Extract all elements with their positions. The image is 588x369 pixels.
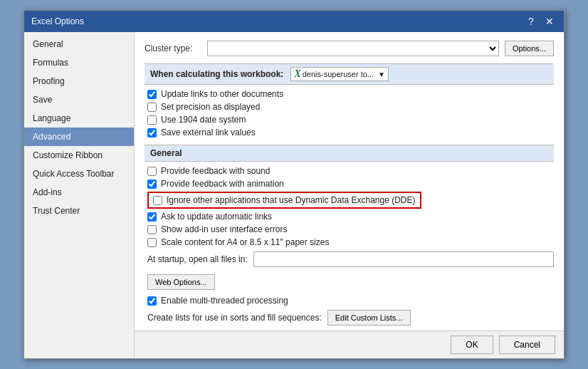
ignore-dde-label: Ignore other applications that use Dynam… — [167, 195, 416, 205]
update-links-label: Update links to other documents — [161, 89, 283, 99]
title-bar: Excel Options ? ✕ — [24, 11, 564, 32]
feedback-sound-label: Provide feedback with sound — [161, 166, 270, 176]
check-row-ask-update: Ask to update automatic links — [145, 212, 554, 222]
web-options-button[interactable]: Web Options... — [147, 274, 215, 290]
sidebar-item-save[interactable]: Save — [24, 90, 134, 109]
content-wrapper: Cluster type: Options... When calculatin… — [135, 32, 564, 358]
workbook-dropdown-icon[interactable]: ▼ — [378, 71, 385, 78]
use-1904-checkbox[interactable] — [147, 115, 157, 125]
save-external-label: Save external link values — [161, 128, 256, 137]
sidebar-item-trust-center[interactable]: Trust Center — [24, 202, 134, 220]
check-row-feedback-animation: Provide feedback with animation — [145, 179, 554, 189]
addin-errors-label: Show add-in user interface errors — [161, 224, 287, 234]
startup-row: At startup, open all files in: — [145, 251, 554, 267]
general-section: General Provide feedback with sound Prov… — [145, 145, 554, 326]
feedback-sound-checkbox[interactable] — [147, 167, 157, 176]
excel-icon: X — [294, 68, 300, 80]
sidebar-item-add-ins[interactable]: Add-ins — [24, 183, 134, 202]
cluster-options-button[interactable]: Options... — [505, 41, 554, 56]
dde-highlight-row: Ignore other applications that use Dynam… — [147, 192, 421, 209]
ok-button[interactable]: OK — [451, 336, 493, 354]
sidebar-item-quick-access[interactable]: Quick Access Toolbar — [24, 165, 134, 183]
title-bar-controls: ? ✕ — [524, 14, 557, 28]
multi-threaded-checkbox[interactable] — [147, 296, 157, 306]
dialog-title: Excel Options — [31, 16, 84, 26]
cluster-row: Cluster type: Options... — [145, 38, 554, 56]
workbook-label: When calculating this workbook: — [150, 69, 283, 79]
excel-options-dialog: Excel Options ? ✕ GeneralFormulasProofin… — [23, 10, 565, 359]
sidebar-item-proofing[interactable]: Proofing — [24, 72, 134, 90]
save-external-checkbox[interactable] — [147, 128, 157, 137]
bottom-bar: OK Cancel — [135, 331, 564, 358]
ask-update-label: Ask to update automatic links — [161, 212, 272, 222]
edit-custom-lists-button[interactable]: Edit Custom Lists... — [327, 310, 411, 326]
general-section-header: General — [145, 145, 554, 162]
set-precision-checkbox[interactable] — [147, 103, 157, 112]
sidebar: GeneralFormulasProofingSaveLanguageAdvan… — [24, 32, 135, 358]
content-scroll: Cluster type: Options... When calculatin… — [135, 32, 564, 331]
sidebar-item-advanced[interactable]: Advanced — [24, 128, 134, 146]
scale-content-checkbox[interactable] — [147, 238, 157, 247]
check-row-use-1904: Use 1904 date system — [145, 115, 554, 125]
calculating-checkboxes: Update links to other documents Set prec… — [145, 89, 554, 137]
cancel-button[interactable]: Cancel — [499, 336, 555, 354]
startup-input[interactable] — [253, 251, 554, 267]
workbook-section-header: When calculating this workbook: X denis-… — [145, 63, 554, 85]
workbook-name: denis-superuser to... — [303, 70, 374, 78]
cluster-label: Cluster type: — [145, 43, 201, 53]
check-row-addin-errors: Show add-in user interface errors — [145, 224, 554, 234]
scale-content-label: Scale content for A4 or 8.5 x 11" paper … — [161, 237, 329, 247]
create-lists-label: Create lists for use in sorts and fill s… — [147, 313, 322, 323]
feedback-animation-label: Provide feedback with animation — [161, 179, 284, 189]
dialog-body: GeneralFormulasProofingSaveLanguageAdvan… — [24, 32, 564, 358]
content-area: Cluster type: Options... When calculatin… — [135, 32, 564, 331]
addin-errors-checkbox[interactable] — [147, 225, 157, 234]
sidebar-item-customize-ribbon[interactable]: Customize Ribbon — [24, 146, 134, 165]
set-precision-label: Set precision as displayed — [161, 102, 260, 112]
ignore-dde-checkbox[interactable] — [153, 196, 162, 205]
ask-update-checkbox[interactable] — [147, 212, 157, 222]
feedback-animation-checkbox[interactable] — [147, 180, 157, 189]
help-button[interactable]: ? — [524, 14, 538, 28]
check-row-update-links: Update links to other documents — [145, 89, 554, 99]
close-button[interactable]: ✕ — [542, 14, 557, 28]
create-lists-row: Create lists for use in sorts and fill s… — [145, 310, 554, 326]
use-1904-label: Use 1904 date system — [161, 115, 246, 125]
check-row-feedback-sound: Provide feedback with sound — [145, 166, 554, 176]
update-links-checkbox[interactable] — [147, 90, 157, 99]
check-row-set-precision: Set precision as displayed — [145, 102, 554, 112]
multi-threaded-label: Enable multi-threaded processing — [161, 296, 288, 306]
sidebar-item-general[interactable]: General — [24, 35, 134, 53]
cluster-select[interactable] — [207, 41, 499, 56]
check-row-scale-content: Scale content for A4 or 8.5 x 11" paper … — [145, 237, 554, 247]
check-row-multi-threaded: Enable multi-threaded processing — [145, 296, 554, 306]
check-row-save-external: Save external link values — [145, 128, 554, 137]
startup-label: At startup, open all files in: — [147, 254, 248, 264]
sidebar-item-language[interactable]: Language — [24, 109, 134, 128]
sidebar-item-formulas[interactable]: Formulas — [24, 53, 134, 72]
